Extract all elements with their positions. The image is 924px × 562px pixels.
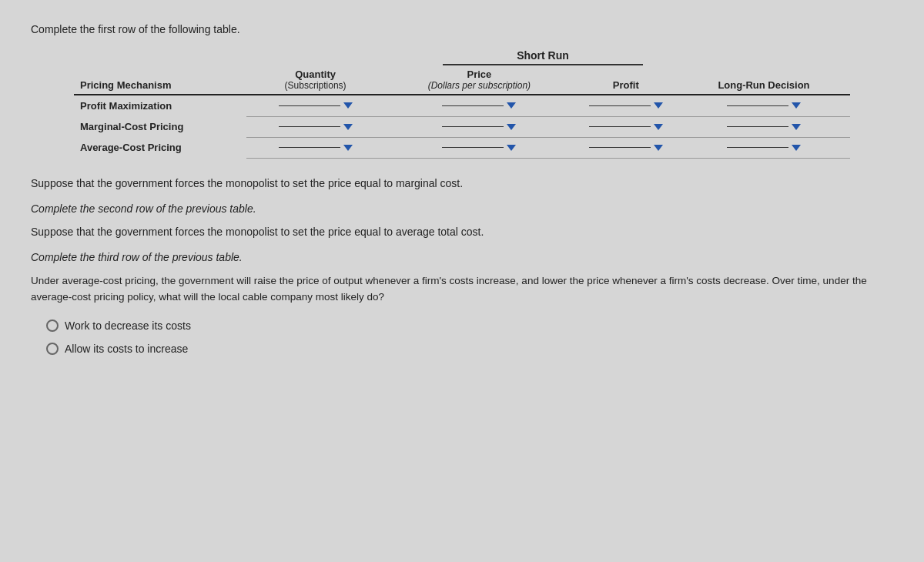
price-dropdown-avg[interactable]: [384, 137, 574, 158]
profit-dropdown-marginal[interactable]: [574, 116, 678, 137]
short-run-header: Short Run: [443, 49, 643, 65]
radio-label-1: Work to decrease its costs: [65, 319, 191, 332]
longrun-arrow-2[interactable]: [792, 124, 801, 130]
qty-line-2: [279, 126, 340, 127]
section1-text: Suppose that the government forces the m…: [31, 176, 893, 192]
col-header-pricing-mechanism: Pricing Mechanism: [74, 65, 246, 95]
section3-text: Suppose that the government forces the m…: [31, 224, 893, 240]
col-header-price: Price (Dollars per subscription): [384, 65, 574, 95]
profit-arrow-3[interactable]: [654, 145, 663, 151]
row-label-avg-cost: Average-Cost Pricing: [74, 137, 246, 158]
row-label-profit-max: Profit Maximization: [74, 95, 246, 116]
radio-circle-2[interactable]: [46, 343, 59, 355]
longrun-line-3: [727, 147, 788, 148]
table-row: Average-Cost Pricing: [74, 137, 850, 158]
table-row: Profit Maximization: [74, 95, 850, 116]
radio-circle-1[interactable]: [46, 319, 59, 332]
short-run-wrapper: Short Run: [31, 49, 893, 65]
row-label-marginal-cost: Marginal-Cost Pricing: [74, 116, 246, 137]
price-line-2: [442, 126, 504, 127]
section4-italic: Complete the third row of the previous t…: [31, 251, 893, 263]
col-header-profit: Profit: [574, 65, 678, 95]
profit-line-2: [589, 126, 651, 127]
profit-dropdown-avg[interactable]: [574, 137, 678, 158]
longrun-dropdown-avg[interactable]: [678, 137, 850, 158]
table-container: Short Run Pricing Mechanism Quantity (Su…: [31, 49, 893, 159]
radio-label-2: Allow its costs to increase: [65, 343, 188, 355]
qty-dropdown-marginal[interactable]: [246, 116, 384, 137]
col-header-long-run: Long-Run Decision: [678, 65, 850, 95]
longrun-dropdown-marginal[interactable]: [678, 116, 850, 137]
qty-dropdown-avg[interactable]: [246, 137, 384, 158]
price-dropdown-profit-max[interactable]: [384, 95, 574, 116]
price-arrow-2[interactable]: [507, 124, 516, 130]
qty-line-1: [279, 105, 340, 106]
longrun-arrow-1[interactable]: [792, 102, 801, 109]
pricing-table: Pricing Mechanism Quantity (Subscription…: [74, 65, 850, 159]
section2-italic: Complete the second row of the previous …: [31, 202, 893, 215]
longrun-arrow-3[interactable]: [792, 145, 801, 151]
price-arrow-1[interactable]: [507, 102, 516, 109]
qty-arrow-3[interactable]: [343, 145, 353, 151]
profit-arrow-2[interactable]: [654, 124, 663, 130]
page-instruction: Complete the first row of the following …: [31, 23, 893, 35]
qty-line-3: [279, 147, 340, 148]
profit-arrow-1[interactable]: [654, 102, 663, 109]
longrun-line-1: [727, 105, 788, 106]
avg-cost-paragraph: Under average-cost pricing, the governme…: [31, 273, 893, 306]
price-line-1: [442, 105, 504, 106]
qty-arrow-2[interactable]: [343, 124, 353, 130]
profit-line-1: [589, 105, 651, 106]
price-dropdown-marginal[interactable]: [384, 116, 574, 137]
radio-item-2[interactable]: Allow its costs to increase: [46, 343, 893, 355]
price-arrow-3[interactable]: [507, 145, 516, 151]
profit-line-3: [589, 147, 651, 148]
radio-group: Work to decrease its costs Allow its cos…: [46, 319, 893, 355]
qty-dropdown-profit-max[interactable]: [246, 95, 384, 116]
column-header-row: Pricing Mechanism Quantity (Subscription…: [74, 65, 850, 95]
profit-dropdown-profit-max[interactable]: [574, 95, 678, 116]
price-line-3: [442, 147, 504, 148]
col-header-quantity: Quantity (Subscriptions): [246, 65, 384, 95]
longrun-dropdown-profit-max[interactable]: [678, 95, 850, 116]
table-row: Marginal-Cost Pricing: [74, 116, 850, 137]
longrun-line-2: [727, 126, 788, 127]
qty-arrow-1[interactable]: [343, 102, 353, 109]
radio-item-1[interactable]: Work to decrease its costs: [46, 319, 893, 332]
